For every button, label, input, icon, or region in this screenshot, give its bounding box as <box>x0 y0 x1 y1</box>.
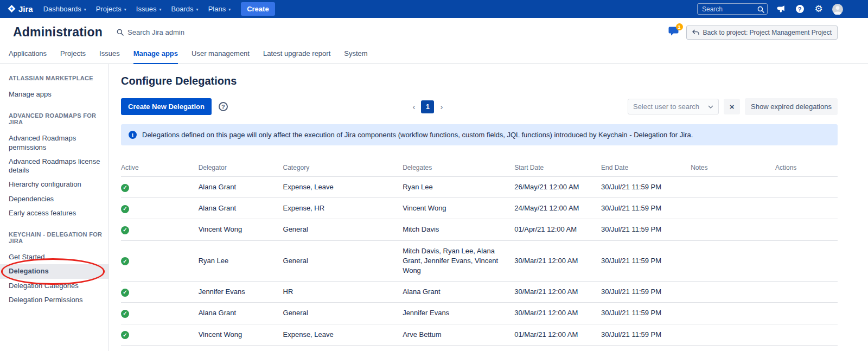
sidebar-section: KEYCHAIN - DELEGATION FOR JIRAGet Starte… <box>9 231 108 307</box>
delegations-table-body: ✓Alana GrantExpense, LeaveRyan Lee26/May… <box>121 177 838 351</box>
cell-active: ✓ <box>121 345 199 351</box>
settings-button[interactable]: ⚙ <box>813 3 825 15</box>
clear-filter-button[interactable]: × <box>724 99 740 114</box>
admin-header: Administration 1 Back to project: Projec… <box>0 18 868 46</box>
active-check-icon: ✓ <box>121 184 129 192</box>
topnav-item-dashboards[interactable]: Dashboards▾ <box>39 0 91 18</box>
cell-notes <box>691 345 775 351</box>
cell-category: Expense, Leave <box>283 177 403 198</box>
column-header-actions: Actions <box>775 159 838 177</box>
tab-system[interactable]: System <box>344 46 367 64</box>
cell-actions <box>775 219 838 240</box>
column-header-start-date: Start Date <box>514 159 601 177</box>
pagination: ‹ 1 › <box>412 100 443 113</box>
sidebar-item-advanced-roadmaps-permissions[interactable]: Advanced Roadmaps permissions <box>9 131 108 155</box>
sidebar-section-header: ADVANCED ROADMAPS FOR JIRA <box>9 112 108 125</box>
jira-logo-icon <box>8 5 16 13</box>
tab-issues[interactable]: Issues <box>99 46 120 64</box>
help-icon: ? <box>796 5 804 13</box>
search-icon <box>757 5 764 15</box>
admin-header-right: 1 Back to project: Project Management Pr… <box>668 25 838 40</box>
table-row: ✓Vincent WongExpense, LeaveArve Bettum01… <box>121 324 838 345</box>
sidebar-item-delegations[interactable]: Delegations <box>0 264 108 278</box>
global-search <box>697 3 768 15</box>
announcements-button[interactable] <box>775 3 787 15</box>
tab-user-management[interactable]: User management <box>192 46 250 64</box>
sidebar-item-delegation-permissions[interactable]: Delegation Permissions <box>9 293 108 307</box>
cell-actions <box>775 282 838 303</box>
topnav-item-label: Boards <box>171 5 193 13</box>
sidebar-item-advanced-roadmaps-license-details[interactable]: Advanced Roadmaps license details <box>9 155 108 178</box>
cell-start-date: 30/Mar/21 12:00 AM <box>514 240 601 282</box>
chevron-down-icon: ▾ <box>228 7 231 12</box>
notifications-button[interactable]: 1 <box>668 27 679 38</box>
help-icon[interactable]: ? <box>219 102 228 111</box>
tab-applications[interactable]: Applications <box>9 46 47 64</box>
show-expired-delegations-button[interactable]: Show expired delegations <box>745 98 838 115</box>
filter-group: Select user to search × Show expired del… <box>628 98 838 115</box>
cell-delegates: Ryan Lee <box>403 177 514 198</box>
back-to-project-label: Back to project: Project Management Proj… <box>703 29 832 36</box>
cell-notes <box>691 177 775 198</box>
notification-count-badge: 1 <box>676 23 683 30</box>
tab-manage-apps[interactable]: Manage apps <box>133 46 178 64</box>
pagination-prev-button[interactable]: ‹ <box>412 102 415 111</box>
user-select-dropdown[interactable]: Select user to search <box>628 99 719 114</box>
tab-projects[interactable]: Projects <box>60 46 86 64</box>
topnav-item-boards[interactable]: Boards▾ <box>166 0 203 18</box>
search-icon <box>117 29 124 36</box>
cell-delegator: Administrator <box>199 345 283 351</box>
create-button[interactable]: Create <box>241 2 275 16</box>
column-header-delegator: Delegator <box>199 159 283 177</box>
chevron-down-icon: ▾ <box>84 7 86 12</box>
cell-active: ✓ <box>121 177 199 198</box>
admin-search-input[interactable] <box>127 28 241 36</box>
active-check-icon: ✓ <box>121 289 129 297</box>
cell-notes <box>691 240 775 282</box>
gear-icon: ⚙ <box>814 4 822 14</box>
topnav-item-projects[interactable]: Projects▾ <box>91 0 131 18</box>
cell-actions <box>775 198 838 219</box>
topnav-item-plans[interactable]: Plans▾ <box>203 0 236 18</box>
info-banner: i Delegations defined on this page will … <box>121 124 838 145</box>
pagination-next-button[interactable]: › <box>440 102 443 111</box>
table-row: ✓Alana GrantExpense, HRVincent Wong24/Ma… <box>121 198 838 219</box>
table-row: ✓Alana GrantExpense, LeaveRyan Lee26/May… <box>121 177 838 198</box>
cell-active: ✓ <box>121 282 199 303</box>
cell-category: HR <box>283 282 403 303</box>
cell-end-date: 30/Jul/21 11:59 PM <box>601 324 691 345</box>
cell-end-date: 30/Jul/21 11:59 PM <box>601 219 691 240</box>
back-to-project-button[interactable]: Back to project: Project Management Proj… <box>686 25 838 40</box>
help-button[interactable]: ? <box>794 3 806 15</box>
pagination-current-page[interactable]: 1 <box>421 100 434 113</box>
cell-actions <box>775 177 838 198</box>
cell-end-date: 30/Jul/21 11:59 PM <box>601 345 691 351</box>
table-row: ✓Jennifer EvansHRAlana Grant30/Mar/21 12… <box>121 282 838 303</box>
cell-actions <box>775 303 838 324</box>
column-header-delegates: Delegates <box>403 159 514 177</box>
topnav-item-issues[interactable]: Issues▾ <box>131 0 167 18</box>
sidebar-item-delegation-categories[interactable]: Delegation Categories <box>9 279 108 293</box>
sidebar-item-dependencies[interactable]: Dependencies <box>9 192 108 206</box>
cell-end-date: 30/Jul/21 11:59 PM <box>601 198 691 219</box>
cell-active: ✓ <box>121 219 199 240</box>
cell-delegates: Alana Grant <box>403 282 514 303</box>
cell-delegator: Alana Grant <box>199 177 283 198</box>
active-check-icon: ✓ <box>121 257 129 265</box>
sidebar-item-early-access-features[interactable]: Early access features <box>9 206 108 220</box>
sidebar-item-get-started[interactable]: Get Started <box>9 250 108 264</box>
table-header-row: ActiveDelegatorCategoryDelegatesStart Da… <box>121 159 838 177</box>
user-menu-button[interactable] <box>832 3 844 15</box>
avatar <box>832 4 843 15</box>
cell-end-date: 30/Jul/21 11:59 PM <box>601 240 691 282</box>
sidebar-section: ADVANCED ROADMAPS FOR JIRAAdvanced Roadm… <box>9 112 108 220</box>
create-new-delegation-button[interactable]: Create New Delegation <box>121 98 212 115</box>
cell-end-date: 30/Jul/21 11:59 PM <box>601 303 691 324</box>
column-header-end-date: End Date <box>601 159 691 177</box>
jira-logo[interactable]: Jira <box>7 4 39 14</box>
sidebar-item-manage-apps[interactable]: Manage apps <box>9 87 108 101</box>
cell-category: Expense, HR <box>283 198 403 219</box>
sidebar-item-hierarchy-configuration[interactable]: Hierarchy configuration <box>9 177 108 192</box>
cell-category: General <box>283 345 403 351</box>
tab-latest-upgrade-report[interactable]: Latest upgrade report <box>263 46 330 64</box>
